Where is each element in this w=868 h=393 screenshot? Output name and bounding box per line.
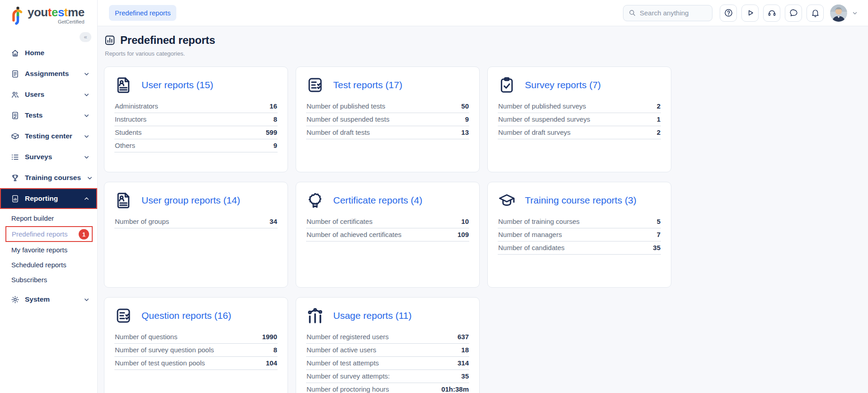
survey-check-icon [498,76,516,94]
certificate-icon [306,191,324,209]
headset-button[interactable] [763,5,780,22]
stat-value: 8 [274,346,277,354]
report-card-title[interactable]: Training course reports (3) [525,195,637,206]
help-icon [724,8,733,18]
report-card-title[interactable]: Certificate reports (4) [333,195,422,206]
report-card-title[interactable]: User reports (15) [142,80,213,90]
logo-letter: you [28,5,48,19]
sidebar-item-reporting[interactable]: Reporting [0,188,97,209]
stat-label: Others [115,142,135,149]
report-card: Test reports (17) Number of published te… [296,66,480,172]
reporting-icon [11,194,19,203]
report-card-title[interactable]: User group reports (14) [142,195,240,206]
sidebar-subitem-report-builder[interactable]: Report builder [0,211,97,226]
search-input[interactable] [640,9,707,17]
chat-button[interactable] [785,5,802,22]
stat-label: Number of survey question pools [115,346,214,354]
stat-value: 13 [461,128,469,136]
report-stat-row: Number of test question pools 104 [114,357,278,370]
stat-label: Number of published tests [307,102,385,110]
bell-button[interactable] [807,5,824,22]
sidebar-item-surveys[interactable]: Surveys [0,147,97,167]
sidebar-nav: Home Assignments Users Tests Testing cen… [0,43,97,310]
users-icon [11,90,19,99]
sidebar-item-users[interactable]: Users [0,84,97,105]
report-card: Survey reports (7) Number of published s… [487,66,671,172]
page-title: Predefined reports [120,34,215,47]
report-stat-row: Number of test attempts 314 [306,357,469,370]
chevron-down-icon [83,154,90,161]
report-stat-row: Students 599 [114,126,278,139]
logo-wordmark: youtestme [28,6,85,19]
report-card-title[interactable]: Test reports (17) [333,80,402,90]
system-icon [11,295,19,304]
sidebar-collapse-button[interactable]: « [80,32,91,42]
top-header: Predefined reports [98,0,868,26]
breadcrumb[interactable]: Predefined reports [109,5,176,21]
usage-chart-icon [306,307,324,325]
sidebar-item-tests[interactable]: Tests [0,105,97,126]
sidebar-item-testing-center[interactable]: Testing center [0,126,97,147]
report-card-title[interactable]: Survey reports (7) [525,80,601,90]
annotation-step-badge: 1 [79,229,89,239]
report-stat-row: Instructors 8 [114,113,278,126]
chevron-down-icon [86,175,93,181]
sidebar-item-home[interactable]: Home [0,43,97,63]
profile-menu-chevron-icon[interactable] [852,10,858,16]
chevron-down-icon [83,133,90,140]
sidebar-subitem-subscribers[interactable]: Subscribers [0,272,97,287]
stat-value: 1990 [262,333,277,341]
stat-label: Number of achieved certificates [307,231,401,238]
chevron-down-icon [83,71,90,77]
stat-label: Number of draft surveys [498,128,571,136]
stat-value: 1 [657,115,660,123]
stat-label: Number of candidates [498,244,565,251]
stat-value: 2 [657,102,660,110]
graduation-icon [498,191,516,209]
stat-label: Number of test question pools [115,359,205,367]
chevron-down-icon [83,91,90,98]
assignments-icon [11,70,19,78]
chevron-down-icon [83,112,90,119]
stat-value: 01h:38m [441,385,469,393]
sidebar-item-system[interactable]: System [0,289,97,310]
logo-letter: s [58,5,64,19]
user-avatar[interactable] [830,5,847,22]
stat-value: 2 [657,128,660,136]
report-stat-row: Number of achieved certificates 109 [306,228,469,241]
stat-label: Students [115,128,142,136]
page-content: Predefined reports Reports for various c… [98,26,868,393]
stat-label: Number of training courses [498,218,580,225]
play-icon [745,8,755,18]
report-stat-row: Number of draft surveys 2 [498,126,661,139]
search-box[interactable] [623,5,712,21]
stat-value: 10 [461,218,469,225]
sidebar-item-assignments[interactable]: Assignments [0,63,97,84]
training-courses-icon [11,174,19,182]
sidebar: youtestme GetCertified « Home Assignment… [0,0,98,393]
play-button[interactable] [741,5,759,22]
sidebar-subitem-my-favorite-reports[interactable]: My favorite reports [0,242,97,257]
sidebar-item-training-courses[interactable]: Training courses [0,167,97,188]
report-stat-row: Number of survey attempts: 35 [306,370,469,383]
sidebar-subitem-scheduled-reports[interactable]: Scheduled reports [0,257,97,272]
stat-label: Number of test attempts [307,359,379,367]
user-report-icon [114,76,132,94]
report-stat-row: Number of published tests 50 [306,100,469,113]
stat-label: Number of published surveys [498,102,586,110]
stat-value: 35 [653,244,660,251]
help-button[interactable] [720,5,737,22]
reports-chart-icon [104,34,116,46]
stat-label: Number of groups [115,218,169,225]
stat-label: Number of proctoring hours [307,385,389,393]
chevron-up-icon [83,195,90,202]
report-stat-row: Number of candidates 35 [498,241,661,255]
report-stat-row: Number of active users 18 [306,344,469,357]
sidebar-subitem-predefined-reports[interactable]: Predefined reports 1 [5,226,93,242]
stat-label: Number of draft tests [307,128,370,136]
tests-icon [11,111,19,120]
report-card-title[interactable]: Question reports (16) [142,310,231,321]
youtestme-logo-icon [11,6,24,26]
user-report-icon [114,191,132,209]
report-card-title[interactable]: Usage reports (11) [333,310,412,321]
